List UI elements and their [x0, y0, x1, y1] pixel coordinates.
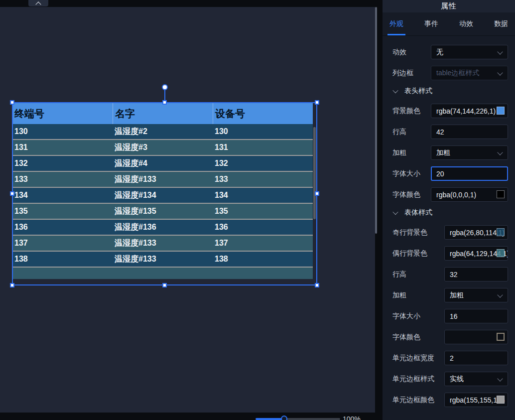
cell-border-color-input[interactable]: rgba(155,155,155 [444, 393, 508, 407]
panel-body: 动效无列边框table边框样式表头样式背景颜色rgba(74,144,226,1… [383, 36, 515, 407]
header-row-height-label: 行高 [392, 128, 406, 137]
header-row-height-value: 42 [436, 128, 444, 136]
tab-动效[interactable]: 动效 [457, 12, 475, 35]
table-row: 132温湿度#4132 [12, 156, 313, 172]
body-font-color-swatch[interactable] [497, 333, 505, 341]
table-header-cell: 终端号 [12, 103, 113, 124]
header-bg-color-value: rgba(74,144,226,1) [436, 107, 496, 115]
header-bg-color-swatch[interactable] [497, 107, 505, 115]
field-row-header-row-height: 行高42 [392, 125, 508, 139]
header-bold-label: 加粗 [392, 148, 406, 157]
zoom-slider-track-filled[interactable] [256, 418, 284, 420]
table-cell: 温湿度#3 [113, 140, 213, 155]
table-cell: 温湿度#134 [113, 188, 213, 203]
column-border-dropdown[interactable]: table边框样式 [431, 66, 508, 80]
resize-handle-bottom-left[interactable] [10, 283, 14, 287]
animation-value: 无 [436, 48, 443, 57]
field-row-header-font-size: 字体大小20 [392, 166, 508, 181]
table-row: 134温湿度#134134 [12, 188, 313, 204]
body-bold-value: 加粗 [450, 291, 464, 300]
header-font-color-swatch[interactable] [497, 190, 505, 198]
table-row: 133温湿度#133133 [12, 172, 313, 188]
cell-border-style-value: 实线 [450, 375, 464, 384]
cell-border-width-input[interactable]: 2 [444, 351, 508, 365]
body-bold-dropdown[interactable]: 加粗 [444, 288, 508, 302]
panel-title: 属性 [441, 1, 457, 11]
chevron-down-icon [497, 70, 503, 75]
body-font-color-label: 字体颜色 [392, 333, 420, 342]
table-cell: 136 [12, 220, 113, 235]
table-cell: 温湿度#136 [113, 220, 213, 235]
header-bold-value: 加粗 [436, 148, 450, 157]
section-title: 表头样式 [404, 87, 432, 96]
table-widget[interactable]: 终端号名字设备号 130温湿度#2130131温湿度#3131132温湿度#41… [12, 103, 317, 279]
cell-border-width-label: 单元边框宽度 [392, 354, 434, 363]
header-font-color-label: 字体颜色 [392, 190, 420, 199]
table-header-cell: 名字 [113, 103, 213, 124]
odd-row-bg-color-swatch[interactable] [497, 228, 505, 236]
field-row-header-font-color: 字体颜色rgba(0,0,0,1) [392, 187, 508, 202]
table-row: 136温湿度#136136 [12, 220, 313, 236]
odd-row-bg-color-input[interactable]: rgba(26,80,114,1) [444, 225, 508, 240]
table-cell: 137 [213, 236, 313, 251]
field-row-body-font-color: 字体颜色 [392, 330, 508, 344]
table-cell: 134 [12, 188, 113, 203]
header-bg-color-input[interactable]: rgba(74,144,226,1) [431, 104, 508, 118]
header-bold-dropdown[interactable]: 加粗 [431, 145, 508, 160]
tab-数据[interactable]: 数据 [492, 12, 510, 35]
resize-handle-bottom-center[interactable] [162, 283, 167, 287]
section-header[interactable]: 表头样式 [393, 87, 508, 96]
top-strip [0, 0, 383, 7]
chevron-down-icon [497, 376, 503, 381]
even-row-bg-color-input[interactable]: rgba(64,129,144,1) [444, 246, 508, 261]
cell-border-color-swatch[interactable] [497, 396, 505, 404]
collapse-toolbar-button[interactable] [28, 0, 48, 6]
chevron-down-icon [392, 88, 398, 93]
resize-handle-bottom-right[interactable] [315, 283, 319, 287]
body-font-size-value: 16 [450, 312, 458, 320]
table-row: 131温湿度#3131 [12, 140, 313, 156]
table-header-cell: 设备号 [213, 103, 313, 124]
body-font-size-input[interactable]: 16 [444, 309, 508, 323]
header-font-size-input[interactable]: 20 [431, 166, 508, 181]
rotation-handle[interactable] [162, 84, 168, 90]
table-cell: 135 [12, 204, 113, 219]
table-cell: 130 [12, 124, 113, 139]
section-title: 表体样式 [404, 208, 432, 217]
table-cell: 131 [213, 140, 313, 155]
zoom-slider-handle[interactable] [281, 416, 287, 420]
table-header-row: 终端号名字设备号 [12, 103, 313, 124]
body-font-color-input[interactable] [444, 330, 508, 344]
field-row-body-font-size: 字体大小16 [392, 309, 508, 323]
animation-dropdown[interactable]: 无 [431, 45, 508, 59]
body-row-height-input[interactable]: 32 [444, 267, 508, 281]
design-canvas[interactable]: 终端号名字设备号 130温湿度#2130131温湿度#3131132温湿度#41… [0, 7, 375, 413]
table-cell: 温湿度#133 [113, 172, 213, 187]
header-row-height-input[interactable]: 42 [431, 125, 508, 139]
header-font-color-input[interactable]: rgba(0,0,0,1) [431, 187, 508, 202]
table-cell: 136 [213, 220, 313, 235]
header-font-size-value: 20 [436, 170, 444, 178]
table-cell: 130 [213, 124, 313, 139]
canvas-vertical-scrollbar[interactable] [375, 7, 377, 234]
zoom-slider-track[interactable] [284, 418, 340, 420]
body-bold-label: 加粗 [392, 291, 406, 300]
cell-border-style-dropdown[interactable]: 实线 [444, 372, 508, 386]
tab-事件[interactable]: 事件 [422, 12, 440, 35]
header-font-size-label: 字体大小 [392, 169, 420, 178]
section-header[interactable]: 表体样式 [393, 208, 508, 217]
field-row-header-bg-color: 背景颜色rgba(74,144,226,1) [392, 104, 508, 118]
odd-row-bg-color-label: 奇行背景色 [392, 228, 427, 237]
editor-root: 终端号名字设备号 130温湿度#2130131温湿度#3131132温湿度#41… [0, 0, 515, 420]
field-group: 动效无列边框table边框样式 [392, 45, 508, 80]
table-cell: 138 [213, 252, 313, 267]
table-row: 130温湿度#2130 [12, 124, 313, 140]
cell-border-color-label: 单元边框颜色 [392, 396, 434, 405]
table-cell: 132 [12, 156, 113, 171]
even-row-bg-color-swatch[interactable] [497, 249, 505, 257]
table-cell: 131 [12, 140, 113, 155]
animation-label: 动效 [392, 48, 406, 57]
table-scrollbar[interactable] [313, 127, 316, 219]
panel-header: 属性 [383, 0, 515, 12]
tab-外观[interactable]: 外观 [387, 12, 405, 35]
